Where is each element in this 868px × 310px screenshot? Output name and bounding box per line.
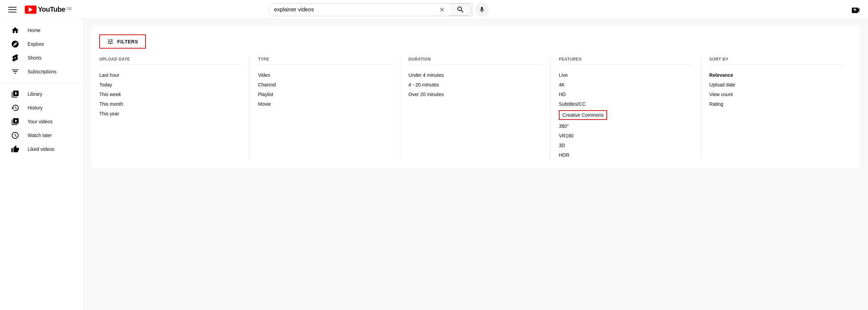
filter-live[interactable]: Live (559, 70, 692, 80)
home-icon (11, 26, 19, 34)
your-videos-icon (11, 117, 19, 126)
svg-rect-1 (8, 9, 17, 10)
filter-4-20[interactable]: 4 - 20 minutes (408, 80, 542, 90)
upload-date-header: UPLOAD DATE (99, 57, 241, 65)
filter-upload-date[interactable]: Upload date (709, 80, 843, 90)
play-triangle (29, 7, 33, 12)
filters-header-text: FILTERS (117, 39, 138, 44)
liked-videos-icon (11, 145, 19, 153)
filter-movie[interactable]: Movie (258, 99, 391, 109)
filter-4k[interactable]: 4K (559, 80, 692, 90)
sidebar-label-history: History (28, 105, 43, 111)
filter-this-year[interactable]: This year (99, 109, 241, 118)
search-input[interactable] (269, 3, 434, 16)
filter-this-month[interactable]: This month (99, 99, 241, 109)
filters-button[interactable]: FILTERS (99, 34, 146, 49)
sidebar-item-home[interactable]: Home (3, 23, 80, 37)
main-content: FILTERS UPLOAD DATE Last hour Today This… (83, 19, 868, 310)
features-header: FEATURES (559, 57, 692, 65)
features-column: FEATURES Live 4K HD Subtitles/CC Creativ… (551, 57, 701, 160)
logo-text: YouTube (38, 6, 65, 13)
search-area (268, 3, 489, 17)
filter-subtitles[interactable]: Subtitles/CC (559, 99, 692, 109)
microphone-icon (478, 6, 485, 13)
hamburger-icon (8, 6, 17, 14)
voice-search-button[interactable] (475, 3, 489, 17)
sort-by-header: SORT BY (709, 57, 843, 65)
filter-hd[interactable]: HD (559, 90, 692, 99)
sidebar-label-shorts: Shorts (28, 55, 41, 61)
search-form (268, 3, 472, 16)
filter-360[interactable]: 360° (559, 121, 692, 131)
shorts-icon (11, 54, 19, 62)
layout: Home Explore Shorts Subscriptions Libra (0, 19, 868, 310)
filter-over-20[interactable]: Over 20 minutes (408, 90, 542, 99)
search-clear-button[interactable] (434, 3, 450, 16)
filter-rating[interactable]: Rating (709, 99, 843, 109)
add-video-icon (851, 6, 860, 14)
header-right (849, 3, 862, 17)
filter-last-hour[interactable]: Last hour (99, 70, 241, 80)
sidebar: Home Explore Shorts Subscriptions Libra (0, 19, 83, 310)
menu-button[interactable] (6, 3, 19, 17)
filter-view-count[interactable]: View count (709, 90, 843, 99)
sidebar-item-explore[interactable]: Explore (3, 37, 80, 51)
header-left: YouTubeGB (6, 3, 88, 17)
subscriptions-icon (11, 68, 19, 76)
filter-this-week[interactable]: This week (99, 90, 241, 99)
sidebar-label-subscriptions: Subscriptions (28, 69, 57, 74)
sort-by-column: SORT BY Relevance Upload date View count… (701, 57, 851, 160)
search-submit-button[interactable] (450, 3, 472, 16)
logo-country: GB (67, 7, 71, 11)
svg-rect-0 (8, 7, 17, 8)
filter-under-4[interactable]: Under 4 minutes (408, 70, 542, 80)
sidebar-label-library: Library (28, 91, 42, 97)
filters-panel: FILTERS UPLOAD DATE Last hour Today This… (91, 26, 860, 168)
history-icon (11, 104, 19, 112)
filter-playlist[interactable]: Playlist (258, 90, 391, 99)
type-header: TYPE (258, 57, 391, 65)
sidebar-item-liked-videos[interactable]: Liked videos (3, 142, 80, 156)
filter-today[interactable]: Today (99, 80, 241, 90)
header: YouTubeGB (0, 0, 868, 19)
duration-header: DURATION (408, 57, 542, 65)
filters-icon (107, 38, 114, 45)
filter-video[interactable]: Video (258, 70, 391, 80)
filter-creative-commons[interactable]: Creative Commons (559, 110, 607, 120)
library-icon (11, 90, 19, 98)
duration-column: DURATION Under 4 minutes 4 - 20 minutes … (400, 57, 551, 160)
sidebar-item-your-videos[interactable]: Your videos (3, 115, 80, 128)
sidebar-item-library[interactable]: Library (3, 87, 80, 101)
sidebar-item-history[interactable]: History (3, 101, 80, 115)
filter-3d[interactable]: 3D (559, 141, 692, 150)
upload-date-column: UPLOAD DATE Last hour Today This week Th… (99, 57, 250, 160)
clear-icon (438, 6, 445, 13)
filter-relevance[interactable]: Relevance (709, 70, 843, 80)
type-column: TYPE Video Channel Playlist Movie (250, 57, 400, 160)
search-icon (456, 6, 465, 14)
youtube-logo-icon (25, 6, 37, 14)
filter-vr180[interactable]: VR180 (559, 131, 692, 141)
explore-icon (11, 40, 19, 48)
watch-later-icon (11, 131, 19, 140)
svg-rect-2 (8, 12, 17, 12)
sidebar-label-home: Home (28, 28, 40, 33)
filter-hdr[interactable]: HDR (559, 150, 692, 160)
sidebar-divider-1 (0, 83, 83, 83)
create-button[interactable] (849, 3, 862, 17)
sidebar-label-watch-later: Watch later (28, 133, 52, 138)
sidebar-item-subscriptions[interactable]: Subscriptions (3, 65, 80, 79)
filter-channel[interactable]: Channel (258, 80, 391, 90)
sidebar-label-your-videos: Your videos (28, 119, 53, 124)
sidebar-label-explore: Explore (28, 41, 44, 47)
sidebar-item-shorts[interactable]: Shorts (3, 51, 80, 65)
sidebar-item-watch-later[interactable]: Watch later (3, 128, 80, 142)
logo[interactable]: YouTubeGB (25, 6, 72, 14)
sidebar-label-liked-videos: Liked videos (28, 146, 54, 152)
sliders-icon (107, 38, 114, 45)
filter-columns: UPLOAD DATE Last hour Today This week Th… (99, 57, 851, 160)
